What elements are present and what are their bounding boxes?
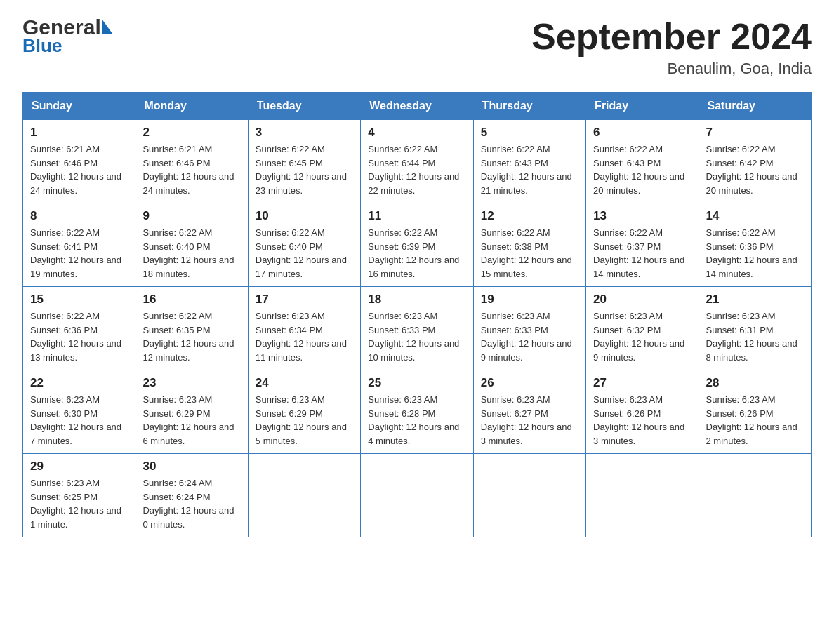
calendar-cell bbox=[473, 454, 585, 537]
day-number: 15 bbox=[30, 293, 128, 307]
calendar-cell bbox=[361, 454, 473, 537]
calendar-cell: 7Sunrise: 6:22 AMSunset: 6:42 PMDaylight… bbox=[699, 120, 811, 203]
day-detail: Sunrise: 6:22 AMSunset: 6:43 PMDaylight:… bbox=[481, 142, 578, 197]
day-number: 5 bbox=[481, 126, 578, 140]
day-detail: Sunrise: 6:23 AMSunset: 6:30 PMDaylight:… bbox=[30, 393, 128, 448]
day-detail: Sunrise: 6:22 AMSunset: 6:37 PMDaylight:… bbox=[593, 226, 691, 281]
day-number: 21 bbox=[706, 293, 804, 307]
day-number: 9 bbox=[143, 209, 240, 223]
day-detail: Sunrise: 6:24 AMSunset: 6:24 PMDaylight:… bbox=[143, 476, 240, 531]
day-number: 23 bbox=[143, 376, 240, 390]
calendar-cell: 6Sunrise: 6:22 AMSunset: 6:43 PMDaylight… bbox=[586, 120, 699, 203]
calendar-cell: 13Sunrise: 6:22 AMSunset: 6:37 PMDayligh… bbox=[586, 203, 699, 287]
day-detail: Sunrise: 6:21 AMSunset: 6:46 PMDaylight:… bbox=[143, 142, 240, 197]
calendar-cell: 2Sunrise: 6:21 AMSunset: 6:46 PMDaylight… bbox=[135, 120, 248, 203]
day-number: 7 bbox=[706, 126, 804, 140]
day-number: 4 bbox=[368, 126, 465, 140]
header-tuesday: Tuesday bbox=[248, 93, 360, 120]
calendar-cell: 9Sunrise: 6:22 AMSunset: 6:40 PMDaylight… bbox=[135, 203, 248, 287]
day-number: 3 bbox=[256, 126, 353, 140]
calendar-cell: 22Sunrise: 6:23 AMSunset: 6:30 PMDayligh… bbox=[23, 370, 135, 454]
day-number: 24 bbox=[256, 376, 353, 390]
day-number: 13 bbox=[593, 209, 691, 223]
day-number: 8 bbox=[30, 209, 128, 223]
day-detail: Sunrise: 6:23 AMSunset: 6:28 PMDaylight:… bbox=[368, 393, 465, 448]
day-detail: Sunrise: 6:23 AMSunset: 6:33 PMDaylight:… bbox=[481, 309, 578, 364]
header-friday: Friday bbox=[586, 93, 699, 120]
calendar-cell: 1Sunrise: 6:21 AMSunset: 6:46 PMDaylight… bbox=[23, 120, 135, 203]
header-thursday: Thursday bbox=[473, 93, 585, 120]
day-number: 26 bbox=[481, 376, 578, 390]
calendar-cell: 5Sunrise: 6:22 AMSunset: 6:43 PMDaylight… bbox=[473, 120, 585, 203]
calendar-cell: 30Sunrise: 6:24 AMSunset: 6:24 PMDayligh… bbox=[135, 454, 248, 537]
day-number: 20 bbox=[593, 293, 691, 307]
calendar-cell: 23Sunrise: 6:23 AMSunset: 6:29 PMDayligh… bbox=[135, 370, 248, 454]
calendar-cell: 11Sunrise: 6:22 AMSunset: 6:39 PMDayligh… bbox=[361, 203, 473, 287]
calendar-cell: 8Sunrise: 6:22 AMSunset: 6:41 PMDaylight… bbox=[23, 203, 135, 287]
calendar-cell: 19Sunrise: 6:23 AMSunset: 6:33 PMDayligh… bbox=[473, 287, 585, 370]
day-number: 1 bbox=[30, 126, 128, 140]
calendar-cell: 25Sunrise: 6:23 AMSunset: 6:28 PMDayligh… bbox=[361, 370, 473, 454]
header-saturday: Saturday bbox=[699, 93, 811, 120]
day-detail: Sunrise: 6:22 AMSunset: 6:36 PMDaylight:… bbox=[30, 309, 128, 364]
day-detail: Sunrise: 6:22 AMSunset: 6:35 PMDaylight:… bbox=[143, 309, 240, 364]
calendar-cell bbox=[248, 454, 360, 537]
day-number: 29 bbox=[30, 459, 128, 474]
header-monday: Monday bbox=[135, 93, 248, 120]
day-detail: Sunrise: 6:22 AMSunset: 6:43 PMDaylight:… bbox=[593, 142, 691, 197]
header-sunday: Sunday bbox=[23, 93, 135, 120]
day-number: 11 bbox=[368, 209, 465, 223]
calendar-cell: 26Sunrise: 6:23 AMSunset: 6:27 PMDayligh… bbox=[473, 370, 585, 454]
day-detail: Sunrise: 6:23 AMSunset: 6:26 PMDaylight:… bbox=[706, 393, 804, 448]
day-number: 10 bbox=[256, 209, 353, 223]
calendar-cell: 28Sunrise: 6:23 AMSunset: 6:26 PMDayligh… bbox=[699, 370, 811, 454]
calendar-cell: 18Sunrise: 6:23 AMSunset: 6:33 PMDayligh… bbox=[361, 287, 473, 370]
calendar-header-row: SundayMondayTuesdayWednesdayThursdayFrid… bbox=[23, 93, 812, 120]
calendar-cell: 12Sunrise: 6:22 AMSunset: 6:38 PMDayligh… bbox=[473, 203, 585, 287]
calendar-week-2: 8Sunrise: 6:22 AMSunset: 6:41 PMDaylight… bbox=[23, 203, 812, 287]
day-detail: Sunrise: 6:23 AMSunset: 6:25 PMDaylight:… bbox=[30, 476, 128, 531]
day-detail: Sunrise: 6:22 AMSunset: 6:38 PMDaylight:… bbox=[481, 226, 578, 281]
day-detail: Sunrise: 6:21 AMSunset: 6:46 PMDaylight:… bbox=[30, 142, 128, 197]
location-title: Benaulim, Goa, India bbox=[531, 60, 812, 78]
calendar-week-3: 15Sunrise: 6:22 AMSunset: 6:36 PMDayligh… bbox=[23, 287, 812, 370]
day-detail: Sunrise: 6:23 AMSunset: 6:32 PMDaylight:… bbox=[593, 309, 691, 364]
day-number: 12 bbox=[481, 209, 578, 223]
day-number: 16 bbox=[143, 293, 240, 307]
day-number: 27 bbox=[593, 376, 691, 390]
calendar-week-1: 1Sunrise: 6:21 AMSunset: 6:46 PMDaylight… bbox=[23, 120, 812, 203]
calendar-cell: 17Sunrise: 6:23 AMSunset: 6:34 PMDayligh… bbox=[248, 287, 360, 370]
day-number: 25 bbox=[368, 376, 465, 390]
day-detail: Sunrise: 6:23 AMSunset: 6:34 PMDaylight:… bbox=[256, 309, 353, 364]
day-detail: Sunrise: 6:22 AMSunset: 6:45 PMDaylight:… bbox=[256, 142, 353, 197]
logo-blue: Blue bbox=[22, 36, 113, 55]
day-number: 30 bbox=[143, 459, 240, 474]
logo: General Blue bbox=[22, 17, 113, 55]
calendar-cell: 21Sunrise: 6:23 AMSunset: 6:31 PMDayligh… bbox=[699, 287, 811, 370]
day-detail: Sunrise: 6:23 AMSunset: 6:26 PMDaylight:… bbox=[593, 393, 691, 448]
calendar-cell: 15Sunrise: 6:22 AMSunset: 6:36 PMDayligh… bbox=[23, 287, 135, 370]
day-detail: Sunrise: 6:22 AMSunset: 6:44 PMDaylight:… bbox=[368, 142, 465, 197]
calendar-cell: 29Sunrise: 6:23 AMSunset: 6:25 PMDayligh… bbox=[23, 454, 135, 537]
calendar-cell: 16Sunrise: 6:22 AMSunset: 6:35 PMDayligh… bbox=[135, 287, 248, 370]
day-number: 2 bbox=[143, 126, 240, 140]
day-detail: Sunrise: 6:23 AMSunset: 6:33 PMDaylight:… bbox=[368, 309, 465, 364]
day-detail: Sunrise: 6:22 AMSunset: 6:36 PMDaylight:… bbox=[706, 226, 804, 281]
calendar-cell: 3Sunrise: 6:22 AMSunset: 6:45 PMDaylight… bbox=[248, 120, 360, 203]
day-detail: Sunrise: 6:23 AMSunset: 6:29 PMDaylight:… bbox=[256, 393, 353, 448]
day-number: 22 bbox=[30, 376, 128, 390]
day-detail: Sunrise: 6:22 AMSunset: 6:40 PMDaylight:… bbox=[256, 226, 353, 281]
calendar-cell: 20Sunrise: 6:23 AMSunset: 6:32 PMDayligh… bbox=[586, 287, 699, 370]
day-detail: Sunrise: 6:22 AMSunset: 6:39 PMDaylight:… bbox=[368, 226, 465, 281]
day-detail: Sunrise: 6:22 AMSunset: 6:41 PMDaylight:… bbox=[30, 226, 128, 281]
title-block: September 2024 Benaulim, Goa, India bbox=[531, 17, 812, 78]
calendar-week-5: 29Sunrise: 6:23 AMSunset: 6:25 PMDayligh… bbox=[23, 454, 812, 537]
day-detail: Sunrise: 6:22 AMSunset: 6:42 PMDaylight:… bbox=[706, 142, 804, 197]
calendar-cell: 10Sunrise: 6:22 AMSunset: 6:40 PMDayligh… bbox=[248, 203, 360, 287]
day-detail: Sunrise: 6:23 AMSunset: 6:29 PMDaylight:… bbox=[143, 393, 240, 448]
day-number: 14 bbox=[706, 209, 804, 223]
calendar-cell: 24Sunrise: 6:23 AMSunset: 6:29 PMDayligh… bbox=[248, 370, 360, 454]
header-wednesday: Wednesday bbox=[361, 93, 473, 120]
day-number: 28 bbox=[706, 376, 804, 390]
logo-arrow-icon bbox=[102, 19, 113, 34]
